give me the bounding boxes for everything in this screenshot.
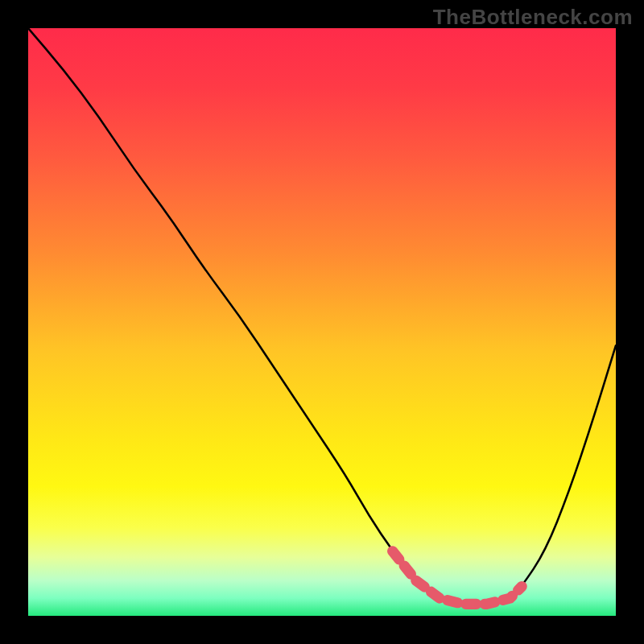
figure-frame: TheBottleneck.com (0, 0, 644, 644)
curve-overlay (28, 28, 616, 616)
plot-area (28, 28, 616, 616)
curve-path (28, 28, 616, 604)
watermark-text: TheBottleneck.com (433, 5, 633, 30)
pink-segment (393, 551, 522, 605)
